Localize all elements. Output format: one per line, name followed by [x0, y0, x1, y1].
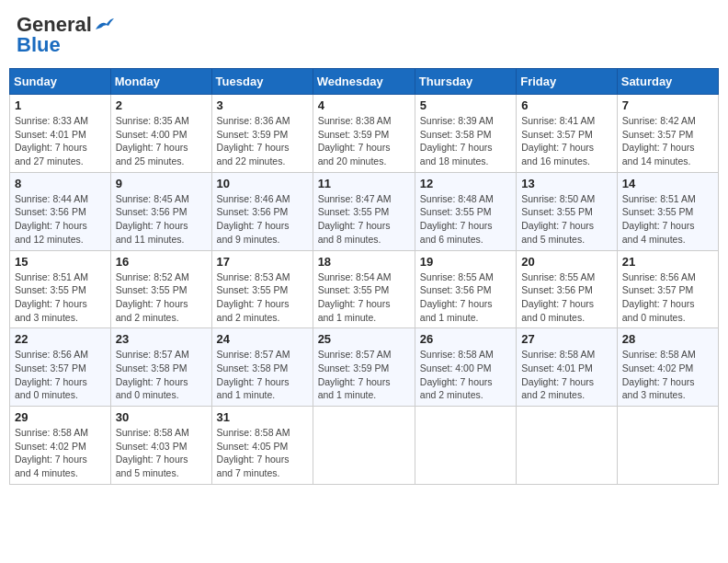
calendar-day-cell: 22Sunrise: 8:56 AM Sunset: 3:57 PM Dayli… — [10, 328, 111, 407]
calendar-day-cell: 19Sunrise: 8:55 AM Sunset: 3:56 PM Dayli… — [415, 250, 516, 328]
day-info: Sunrise: 8:53 AM Sunset: 3:55 PM Dayligh… — [217, 270, 308, 325]
day-of-week-header: Saturday — [617, 69, 718, 95]
day-of-week-header: Tuesday — [211, 69, 313, 95]
day-info: Sunrise: 8:48 AM Sunset: 3:55 PM Dayligh… — [420, 192, 511, 247]
day-of-week-header: Friday — [517, 69, 618, 95]
day-number: 5 — [420, 98, 511, 112]
calendar-day-cell: 17Sunrise: 8:53 AM Sunset: 3:55 PM Dayli… — [211, 250, 313, 328]
calendar-day-cell: 28Sunrise: 8:58 AM Sunset: 4:02 PM Dayli… — [617, 328, 718, 407]
day-number: 16 — [116, 255, 207, 269]
day-info: Sunrise: 8:39 AM Sunset: 3:58 PM Dayligh… — [420, 114, 511, 168]
day-of-week-header: Wednesday — [313, 69, 415, 95]
calendar-day-cell: 25Sunrise: 8:57 AM Sunset: 3:59 PM Dayli… — [313, 328, 415, 407]
day-info: Sunrise: 8:58 AM Sunset: 4:02 PM Dayligh… — [622, 348, 713, 402]
day-number: 11 — [318, 177, 410, 190]
day-info: Sunrise: 8:35 AM Sunset: 4:00 PM Dayligh… — [116, 114, 207, 168]
calendar-day-cell: 14Sunrise: 8:51 AM Sunset: 3:55 PM Dayli… — [617, 172, 718, 250]
day-number: 6 — [521, 98, 612, 112]
calendar-day-cell — [313, 407, 415, 485]
calendar-day-cell: 3Sunrise: 8:36 AM Sunset: 3:59 PM Daylig… — [211, 95, 313, 173]
day-number: 29 — [15, 410, 106, 424]
calendar-day-cell: 10Sunrise: 8:46 AM Sunset: 3:56 PM Dayli… — [211, 172, 313, 250]
calendar-day-cell: 29Sunrise: 8:58 AM Sunset: 4:02 PM Dayli… — [10, 407, 111, 485]
day-number: 12 — [420, 177, 511, 190]
day-number: 27 — [521, 332, 612, 346]
day-info: Sunrise: 8:56 AM Sunset: 3:57 PM Dayligh… — [622, 270, 713, 325]
day-info: Sunrise: 8:50 AM Sunset: 3:55 PM Dayligh… — [521, 192, 612, 247]
day-number: 14 — [622, 177, 713, 190]
day-number: 10 — [217, 177, 308, 190]
day-of-week-header: Monday — [110, 69, 211, 95]
calendar-day-cell — [415, 407, 516, 485]
logo-bird-icon — [94, 17, 114, 33]
calendar-day-cell: 6Sunrise: 8:41 AM Sunset: 3:57 PM Daylig… — [517, 95, 618, 173]
calendar-day-cell: 12Sunrise: 8:48 AM Sunset: 3:55 PM Dayli… — [415, 172, 516, 250]
calendar-day-cell: 16Sunrise: 8:52 AM Sunset: 3:55 PM Dayli… — [110, 250, 211, 328]
calendar-day-cell: 30Sunrise: 8:58 AM Sunset: 4:03 PM Dayli… — [110, 407, 211, 485]
calendar-header-row: SundayMondayTuesdayWednesdayThursdayFrid… — [10, 69, 719, 95]
logo-blue: Blue — [17, 33, 61, 57]
day-number: 17 — [217, 255, 308, 269]
day-info: Sunrise: 8:52 AM Sunset: 3:55 PM Dayligh… — [116, 270, 207, 325]
day-info: Sunrise: 8:45 AM Sunset: 3:56 PM Dayligh… — [116, 192, 207, 247]
day-info: Sunrise: 8:57 AM Sunset: 3:58 PM Dayligh… — [116, 348, 207, 402]
day-number: 25 — [318, 332, 410, 346]
day-info: Sunrise: 8:38 AM Sunset: 3:59 PM Dayligh… — [318, 114, 410, 168]
day-number: 22 — [15, 332, 106, 346]
calendar-day-cell: 7Sunrise: 8:42 AM Sunset: 3:57 PM Daylig… — [617, 95, 718, 173]
day-number: 9 — [116, 177, 207, 190]
calendar-day-cell: 23Sunrise: 8:57 AM Sunset: 3:58 PM Dayli… — [110, 328, 211, 407]
day-info: Sunrise: 8:58 AM Sunset: 4:02 PM Dayligh… — [15, 426, 106, 480]
day-number: 13 — [521, 177, 612, 190]
calendar-day-cell: 5Sunrise: 8:39 AM Sunset: 3:58 PM Daylig… — [415, 95, 516, 173]
day-number: 15 — [15, 255, 106, 269]
day-info: Sunrise: 8:55 AM Sunset: 3:56 PM Dayligh… — [420, 270, 511, 325]
calendar-day-cell — [617, 407, 718, 485]
day-info: Sunrise: 8:56 AM Sunset: 3:57 PM Dayligh… — [15, 348, 106, 402]
day-number: 26 — [420, 332, 511, 346]
day-number: 21 — [622, 255, 713, 269]
calendar-week-row: 8Sunrise: 8:44 AM Sunset: 3:56 PM Daylig… — [10, 172, 719, 250]
day-info: Sunrise: 8:58 AM Sunset: 4:01 PM Dayligh… — [521, 348, 612, 402]
calendar-table: SundayMondayTuesdayWednesdayThursdayFrid… — [9, 68, 719, 485]
day-number: 23 — [116, 332, 207, 346]
day-info: Sunrise: 8:55 AM Sunset: 3:56 PM Dayligh… — [521, 270, 612, 325]
calendar-day-cell: 20Sunrise: 8:55 AM Sunset: 3:56 PM Dayli… — [517, 250, 618, 328]
day-number: 4 — [318, 98, 410, 112]
calendar-day-cell: 27Sunrise: 8:58 AM Sunset: 4:01 PM Dayli… — [517, 328, 618, 407]
day-info: Sunrise: 8:51 AM Sunset: 3:55 PM Dayligh… — [622, 192, 713, 247]
day-of-week-header: Thursday — [415, 69, 516, 95]
calendar-week-row: 22Sunrise: 8:56 AM Sunset: 3:57 PM Dayli… — [10, 328, 719, 407]
calendar-day-cell: 4Sunrise: 8:38 AM Sunset: 3:59 PM Daylig… — [313, 95, 415, 173]
calendar-day-cell: 26Sunrise: 8:58 AM Sunset: 4:00 PM Dayli… — [415, 328, 516, 407]
calendar-day-cell: 15Sunrise: 8:51 AM Sunset: 3:55 PM Dayli… — [10, 250, 111, 328]
day-number: 2 — [116, 98, 207, 112]
day-number: 1 — [15, 98, 106, 112]
day-info: Sunrise: 8:33 AM Sunset: 4:01 PM Dayligh… — [15, 114, 106, 168]
calendar-day-cell: 11Sunrise: 8:47 AM Sunset: 3:55 PM Dayli… — [313, 172, 415, 250]
logo: General Blue — [17, 13, 114, 57]
day-number: 3 — [217, 98, 308, 112]
calendar-week-row: 15Sunrise: 8:51 AM Sunset: 3:55 PM Dayli… — [10, 250, 719, 328]
day-info: Sunrise: 8:54 AM Sunset: 3:55 PM Dayligh… — [318, 270, 410, 325]
day-info: Sunrise: 8:36 AM Sunset: 3:59 PM Dayligh… — [217, 114, 308, 168]
day-info: Sunrise: 8:44 AM Sunset: 3:56 PM Dayligh… — [15, 192, 106, 247]
day-number: 28 — [622, 332, 713, 346]
day-number: 7 — [622, 98, 713, 112]
day-info: Sunrise: 8:58 AM Sunset: 4:00 PM Dayligh… — [420, 348, 511, 402]
page-header: General Blue — [9, 9, 719, 61]
day-number: 18 — [318, 255, 410, 269]
day-number: 20 — [521, 255, 612, 269]
day-number: 31 — [217, 410, 308, 424]
day-info: Sunrise: 8:58 AM Sunset: 4:05 PM Dayligh… — [217, 426, 308, 480]
day-info: Sunrise: 8:51 AM Sunset: 3:55 PM Dayligh… — [15, 270, 106, 325]
day-number: 8 — [15, 177, 106, 190]
calendar-day-cell: 1Sunrise: 8:33 AM Sunset: 4:01 PM Daylig… — [10, 95, 111, 173]
day-info: Sunrise: 8:41 AM Sunset: 3:57 PM Dayligh… — [521, 114, 612, 168]
calendar-day-cell: 18Sunrise: 8:54 AM Sunset: 3:55 PM Dayli… — [313, 250, 415, 328]
calendar-day-cell: 8Sunrise: 8:44 AM Sunset: 3:56 PM Daylig… — [10, 172, 111, 250]
day-number: 24 — [217, 332, 308, 346]
calendar-day-cell — [517, 407, 618, 485]
calendar-week-row: 29Sunrise: 8:58 AM Sunset: 4:02 PM Dayli… — [10, 407, 719, 485]
day-info: Sunrise: 8:57 AM Sunset: 3:59 PM Dayligh… — [318, 348, 410, 402]
